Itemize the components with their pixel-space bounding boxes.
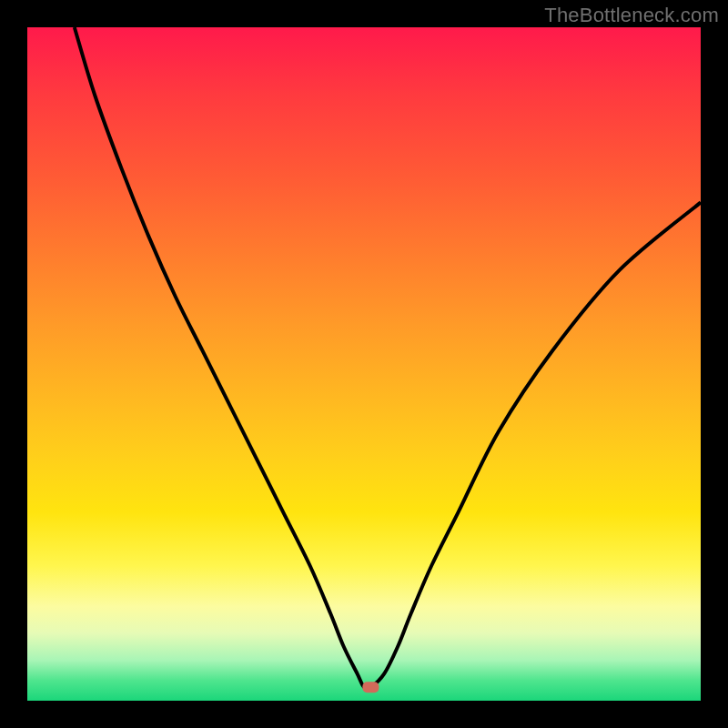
bottleneck-curve-path — [75, 27, 701, 689]
chart-frame: TheBottleneck.com — [0, 0, 728, 728]
min-marker — [362, 682, 379, 693]
curve-layer — [27, 27, 701, 701]
plot-area — [27, 27, 701, 701]
watermark-text: TheBottleneck.com — [544, 4, 719, 27]
